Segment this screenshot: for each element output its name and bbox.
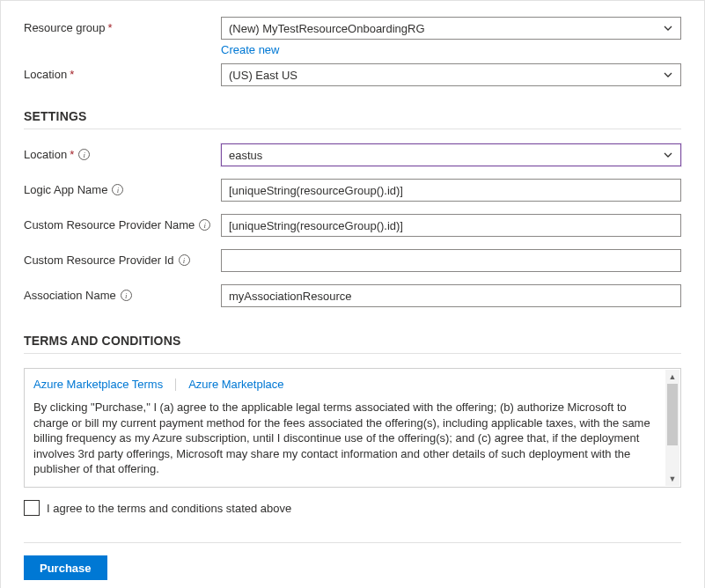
- field-association-name: [221, 284, 681, 307]
- scroll-up-icon[interactable]: ▲: [665, 370, 679, 384]
- label-text: Association Name: [24, 289, 116, 302]
- association-name-input[interactable]: [221, 284, 681, 307]
- info-icon[interactable]: i: [78, 149, 90, 160]
- tab-marketplace-terms[interactable]: Azure Marketplace Terms: [33, 378, 163, 391]
- agree-row: I agree to the terms and conditions stat…: [24, 500, 681, 516]
- location-basics-value: (US) East US: [229, 69, 297, 82]
- resource-group-select[interactable]: (New) MyTestResourceOnboardingRG: [221, 17, 681, 40]
- agree-checkbox[interactable]: [24, 500, 40, 516]
- section-rule: [24, 129, 681, 129]
- label-text: Logic App Name: [24, 183, 107, 196]
- resource-group-value: (New) MyTestResourceOnboardingRG: [229, 22, 425, 35]
- required-mark: *: [108, 21, 113, 34]
- row-crp-id: Custom Resource Provider Id i: [24, 249, 681, 272]
- label-resource-group: Resource group *: [24, 17, 221, 34]
- info-icon[interactable]: i: [199, 219, 210, 231]
- label-text: Custom Resource Provider Name: [24, 218, 195, 232]
- field-crp-name: [221, 214, 681, 237]
- scrollbar[interactable]: ▲ ▼: [665, 370, 679, 486]
- section-heading-settings: SETTINGS: [24, 109, 681, 123]
- terms-body: By clicking "Purchase," I (a) agree to t…: [33, 400, 672, 477]
- row-resource-group: Resource group * (New) MyTestResourceOnb…: [24, 17, 681, 56]
- create-new-link[interactable]: Create new: [221, 43, 279, 56]
- chevron-down-icon: [663, 70, 673, 80]
- field-resource-group: (New) MyTestResourceOnboardingRG Create …: [221, 17, 681, 56]
- required-mark: *: [70, 68, 74, 81]
- purchase-button[interactable]: Purchase: [24, 555, 107, 580]
- required-mark: *: [70, 148, 74, 161]
- location-basics-select[interactable]: (US) East US: [221, 63, 681, 86]
- label-text: Resource group: [24, 21, 106, 34]
- footer-rule: [24, 542, 681, 543]
- info-icon[interactable]: i: [121, 290, 132, 301]
- row-crp-name: Custom Resource Provider Name i: [24, 214, 681, 237]
- info-icon[interactable]: i: [179, 254, 190, 266]
- crp-name-input[interactable]: [221, 214, 681, 237]
- crp-id-input[interactable]: [221, 249, 681, 272]
- scroll-down-icon[interactable]: ▼: [665, 472, 679, 486]
- label-association-name: Association Name i: [24, 284, 221, 302]
- location-settings-value: eastus: [229, 149, 262, 162]
- scroll-track[interactable]: [665, 384, 679, 472]
- tab-divider: [175, 379, 176, 391]
- label-location-settings: Location * i: [24, 143, 221, 161]
- location-settings-select[interactable]: eastus: [221, 143, 681, 166]
- row-logic-app-name: Logic App Name i: [24, 179, 681, 202]
- tab-marketplace[interactable]: Azure Marketplace: [188, 378, 283, 391]
- scroll-thumb[interactable]: [667, 384, 678, 445]
- field-crp-id: [221, 249, 681, 272]
- info-icon[interactable]: i: [112, 184, 123, 195]
- section-heading-terms: TERMS AND CONDITIONS: [24, 334, 681, 348]
- label-text: Location: [24, 68, 67, 81]
- row-location-basics: Location * (US) East US: [24, 63, 681, 86]
- agree-label: I agree to the terms and conditions stat…: [47, 502, 291, 515]
- chevron-down-icon: [663, 23, 673, 33]
- label-crp-name: Custom Resource Provider Name i: [24, 214, 221, 232]
- label-location-basics: Location *: [24, 63, 221, 81]
- label-text: Custom Resource Provider Id: [24, 254, 174, 267]
- form-panel: Resource group * (New) MyTestResourceOnb…: [0, 0, 705, 588]
- label-crp-id: Custom Resource Provider Id i: [24, 249, 221, 267]
- chevron-down-icon: [663, 150, 673, 160]
- field-location-basics: (US) East US: [221, 63, 681, 86]
- terms-tabs: Azure Marketplace Terms Azure Marketplac…: [33, 378, 672, 391]
- field-logic-app-name: [221, 179, 681, 202]
- logic-app-name-input[interactable]: [221, 179, 681, 202]
- label-text: Location: [24, 148, 67, 161]
- section-rule: [24, 353, 681, 354]
- label-logic-app-name: Logic App Name i: [24, 179, 221, 196]
- field-location-settings: eastus: [221, 143, 681, 166]
- row-location-settings: Location * i eastus: [24, 143, 681, 166]
- terms-box: Azure Marketplace Terms Azure Marketplac…: [24, 368, 681, 488]
- row-association-name: Association Name i: [24, 284, 681, 307]
